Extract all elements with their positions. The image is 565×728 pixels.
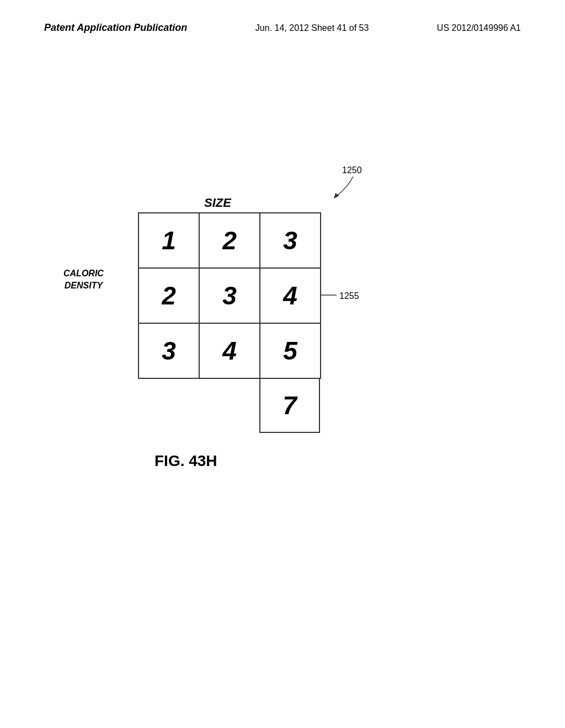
extra-cell-7: 7 (259, 378, 320, 433)
size-label: SIZE (204, 196, 231, 210)
table-row: 1 2 3 (138, 213, 321, 268)
figure-label: FIG. 43H (154, 452, 217, 470)
cell-r2c3: 4 (260, 268, 321, 323)
cell-r1c2: 2 (199, 213, 260, 268)
table-row: 2 3 4 (138, 268, 321, 323)
page-header: Patent Application Publication Jun. 14, … (0, 22, 565, 34)
svg-marker-0 (334, 193, 339, 199)
ref-1255-label: 1255 (339, 291, 359, 301)
main-grid: 1 2 3 2 3 4 3 4 5 (138, 212, 321, 379)
cell-r3c2: 4 (199, 323, 260, 378)
ref-1250-label: 1250 (342, 165, 362, 175)
cell-r1c3: 3 (260, 213, 321, 268)
cell-r2c1: 2 (138, 268, 199, 323)
patent-number-label: US 2012/0149996 A1 (437, 23, 521, 33)
table-row: 3 4 5 (138, 323, 321, 378)
cell-r2c2: 3 (199, 268, 260, 323)
cell-r3c3: 5 (260, 323, 321, 378)
date-sheet-label: Jun. 14, 2012 Sheet 41 of 53 (255, 23, 369, 33)
cell-r1c1: 1 (138, 213, 199, 268)
publication-label: Patent Application Publication (44, 22, 187, 34)
cell-r3c1: 3 (138, 323, 199, 378)
caloric-density-label: CALORIC DENSITY (63, 267, 104, 292)
